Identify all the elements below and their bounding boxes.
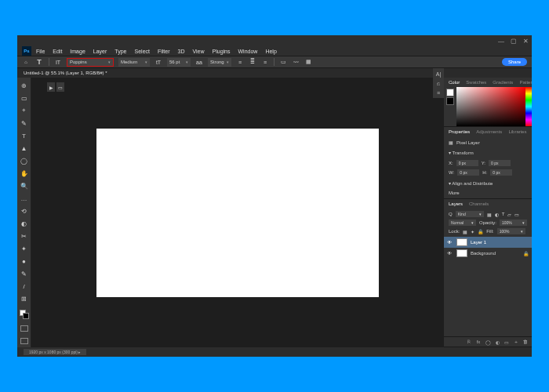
menu-edit[interactable]: Edit xyxy=(53,49,62,54)
w-field[interactable]: 0 px xyxy=(457,169,479,176)
align-header[interactable]: ▾ Align and Distribute xyxy=(449,180,527,186)
filter-type-icon[interactable]: T xyxy=(502,212,505,216)
panel-icon[interactable]: ≡ xyxy=(434,89,442,96)
y-field[interactable]: 0 px xyxy=(489,160,511,166)
kind-dropdown[interactable]: Kind▾ xyxy=(456,211,484,217)
saturation-picker[interactable] xyxy=(456,87,525,126)
menu-type[interactable]: Type xyxy=(115,49,126,54)
maximize-icon[interactable]: ▢ xyxy=(511,38,517,45)
tab-channels[interactable]: Channels xyxy=(469,201,489,206)
delete-icon[interactable]: 🗑 xyxy=(522,339,529,345)
eyedropper-tool-icon[interactable]: ◯ xyxy=(20,156,29,165)
menu-image[interactable]: Image xyxy=(70,49,85,54)
menu-help[interactable]: Help xyxy=(265,49,276,54)
quick-mask-icon[interactable] xyxy=(20,325,28,332)
transform-header[interactable]: ▾ Transform xyxy=(449,150,527,155)
tab-patterns[interactable]: Patterns xyxy=(519,80,532,85)
font-family-dropdown[interactable]: Poppins ▾ xyxy=(67,58,114,67)
align-right-icon[interactable]: ≡ xyxy=(261,58,269,66)
new-layer-icon[interactable]: ＋ xyxy=(513,339,519,345)
home-icon[interactable]: ⌂ xyxy=(22,58,30,66)
brush-tool-icon[interactable]: ⟲ xyxy=(20,206,29,216)
lasso-tool-icon[interactable]: ⌖ xyxy=(20,106,29,115)
crop-tool-icon[interactable]: ✎ xyxy=(20,118,29,128)
mask-icon[interactable]: ◯ xyxy=(485,339,491,345)
filter-adjust-icon[interactable]: ◐ xyxy=(495,212,499,217)
menu-view[interactable]: View xyxy=(193,49,205,54)
pen-tool-icon[interactable]: ✎ xyxy=(20,269,29,278)
shape-tool-icon[interactable]: ⊞ xyxy=(20,294,29,303)
gradient-tool-icon[interactable]: ✦ xyxy=(20,244,29,253)
doc-info[interactable]: 1920 px x 1080 px (300 ppi) ▸ xyxy=(24,349,86,355)
lock-all-icon[interactable]: 🔒 xyxy=(478,229,483,234)
warp-text-icon[interactable]: 〰 xyxy=(292,58,300,66)
tab-libraries[interactable]: Libraries xyxy=(508,129,526,134)
hand-tool-icon[interactable]: ✋ xyxy=(20,169,29,178)
layer-row[interactable]: 👁 Background 🔒 xyxy=(444,248,532,259)
fill-field[interactable]: 100%▾ xyxy=(497,228,525,234)
x-field[interactable]: 0 px xyxy=(456,160,478,166)
menu-3d[interactable]: 3D xyxy=(178,49,185,54)
tab-color[interactable]: Color xyxy=(449,80,460,85)
group-icon[interactable]: ▭ xyxy=(504,339,510,345)
lock-position-icon[interactable]: ✦ xyxy=(471,229,474,234)
menu-filter[interactable]: Filter xyxy=(158,49,170,54)
paragraph-panel-icon[interactable]: ⎌ xyxy=(434,79,442,87)
guide-marker-icon[interactable]: ▭ xyxy=(56,82,64,92)
layer-name[interactable]: Layer 1 xyxy=(471,240,486,245)
move-tool-icon[interactable]: ⊕ xyxy=(20,81,29,90)
orientation-icon[interactable]: IT xyxy=(54,58,62,66)
align-left-icon[interactable]: ≡ xyxy=(236,58,244,66)
screen-mode-icon[interactable] xyxy=(20,338,28,344)
align-center-icon[interactable]: ≣ xyxy=(249,58,256,66)
filter-pixel-icon[interactable]: ▦ xyxy=(487,212,492,217)
tab-layers[interactable]: Layers xyxy=(449,201,463,206)
lock-pixels-icon[interactable]: ▦ xyxy=(463,229,467,234)
layer-row[interactable]: 👁 Layer 1 xyxy=(444,237,532,248)
menu-layer[interactable]: Layer xyxy=(93,49,107,54)
tab-adjustments[interactable]: Adjustments xyxy=(476,129,502,134)
path-tool-icon[interactable]: / xyxy=(20,281,29,291)
menu-select[interactable]: Select xyxy=(135,49,150,54)
marquee-tool-icon[interactable]: ▭ xyxy=(20,93,29,103)
opacity-field[interactable]: 100%▾ xyxy=(500,220,527,226)
background-color[interactable] xyxy=(23,313,29,319)
link-layers-icon[interactable]: ⎘ xyxy=(466,339,472,345)
type-tool-icon[interactable]: T xyxy=(35,57,44,67)
fx-icon[interactable]: fx xyxy=(475,339,482,345)
layer-name[interactable]: Background xyxy=(471,251,496,256)
frame-tool-icon[interactable]: ▲ xyxy=(20,143,29,153)
minimize-icon[interactable]: — xyxy=(498,38,504,45)
menu-window[interactable]: Window xyxy=(238,49,258,54)
hue-slider[interactable] xyxy=(525,87,532,126)
type-tool-icon[interactable]: T xyxy=(20,131,29,140)
visibility-icon[interactable]: 👁 xyxy=(447,251,453,256)
font-style-dropdown[interactable]: Medium ▾ xyxy=(118,58,150,67)
font-size-dropdown[interactable]: 56 pt ▾ xyxy=(167,58,191,67)
close-icon[interactable]: ✕ xyxy=(523,38,529,45)
clone-tool-icon[interactable]: ◐ xyxy=(20,219,29,228)
h-field[interactable]: 0 px xyxy=(490,169,512,176)
text-color-icon[interactable]: ▭ xyxy=(279,58,287,66)
filter-shape-icon[interactable]: ▱ xyxy=(507,212,511,217)
canvas[interactable] xyxy=(96,129,379,297)
guide-marker-icon[interactable]: ▶ xyxy=(47,82,55,92)
canvas-area[interactable]: ▶ ▭ xyxy=(31,78,444,347)
share-button[interactable]: Share xyxy=(502,58,527,66)
layer-thumb[interactable] xyxy=(456,249,467,257)
fg-swatch[interactable] xyxy=(446,89,454,96)
zoom-tool-icon[interactable]: 🔍 xyxy=(20,181,29,191)
eraser-tool-icon[interactable]: ✂ xyxy=(20,231,29,241)
tab-properties[interactable]: Properties xyxy=(449,129,470,134)
menu-file[interactable]: File xyxy=(36,49,45,54)
edit-toolbar-icon[interactable]: … xyxy=(20,194,29,203)
menu-plugins[interactable]: Plugins xyxy=(213,49,231,54)
char-panel-icon[interactable]: ▦ xyxy=(304,58,312,66)
visibility-icon[interactable]: 👁 xyxy=(447,240,453,245)
adjustment-icon[interactable]: ◐ xyxy=(494,339,500,345)
tab-swatches[interactable]: Swatches xyxy=(466,80,486,85)
document-tab[interactable]: Untitled-1 @ 55.1% (Layer 1, RGB/8#) * xyxy=(17,68,532,78)
antialias-dropdown[interactable]: Strong ▾ xyxy=(208,58,231,67)
bg-swatch[interactable] xyxy=(446,97,454,105)
blend-mode-dropdown[interactable]: Normal▾ xyxy=(449,220,476,226)
